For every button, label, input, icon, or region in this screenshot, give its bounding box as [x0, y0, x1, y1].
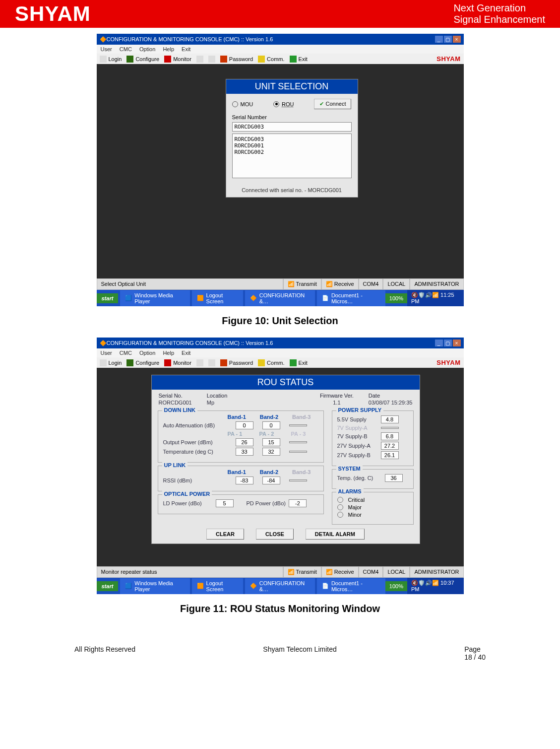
tb-configure[interactable]: Configure	[126, 56, 159, 63]
close-button[interactable]: ×	[453, 36, 461, 43]
tb-password[interactable]: Password	[220, 56, 253, 63]
status-mode: LOCAL	[383, 278, 410, 290]
power-supply-group: POWER SUPPLY 5.5V Supply4.8 7V Supply-A …	[332, 410, 414, 466]
maximize-button[interactable]: ▢	[444, 36, 452, 43]
status-com: COM4	[359, 278, 383, 290]
maximize-button[interactable]: ▢	[444, 340, 452, 346]
menu-bar-2: User CMC Option Help Exit	[97, 348, 464, 357]
window-buttons: _ ▢ ×	[435, 36, 461, 43]
uplink-group: UP LINK Band-1 Band-2 Band-3 RSSI (dBm) …	[158, 466, 324, 491]
system-group: SYSTEM Temp. (deg. C)36	[332, 469, 414, 489]
taskbar-app-logout[interactable]: 🟧 Logout Screen	[192, 290, 243, 306]
toolbar-brand: SHYAM	[436, 55, 460, 63]
status-text: Select Optical Unit	[97, 278, 283, 290]
radio-rou[interactable]: ROU	[273, 101, 294, 107]
tb-comm[interactable]: Comm.	[258, 56, 284, 63]
windows-taskbar: start 🟦 Windows Media Player 🟧 Logout Sc…	[97, 290, 464, 306]
unit-selection-panel: UNIT SELECTION MOU ROU ✔ Connect Serial …	[226, 79, 358, 198]
status-bar: Select Optical Unit 📶 Transmit 📶 Receive…	[97, 278, 464, 290]
menu-help[interactable]: Help	[163, 46, 174, 52]
status-transmit: 📶 Transmit	[283, 278, 321, 290]
status-user: ADMINISTRATOR	[410, 278, 463, 290]
clear-button[interactable]: CLEAR	[206, 529, 244, 540]
minimize-button[interactable]: _	[435, 340, 443, 346]
menu-user[interactable]: User	[101, 46, 112, 52]
window-title-bar: 🔶 CONFIGURATION & MONITORING CONSOLE (CM…	[97, 34, 464, 45]
menu-exit[interactable]: Exit	[182, 46, 190, 52]
panel-status: Connected with serial no. - MORCDG001	[226, 183, 358, 197]
led-minor	[337, 512, 343, 518]
windows-taskbar-2: start 🟦 Windows Media Player 🟧 Logout Sc…	[97, 578, 464, 594]
downlink-group: DOWN LINK Band-1 Band-2 Band-3 Auto Atte…	[158, 410, 324, 463]
menu-option[interactable]: Option	[139, 46, 155, 52]
taskbar-percent: 100%	[385, 293, 407, 303]
taskbar-app-wmp[interactable]: 🟦 Windows Media Player	[120, 290, 189, 306]
menu-cmc[interactable]: CMC	[120, 46, 132, 52]
alarms-group: ALARMS Critical Major Minor	[332, 492, 414, 525]
optical-group: OPTICAL POWER LD Power (dBo) 5 PD Power …	[158, 494, 324, 514]
window-title-2: CONFIGURATION & MONITORING CONSOLE (CMC)…	[107, 340, 435, 346]
window-title-bar-2: 🔶 CONFIGURATION & MONITORING CONSOLE (CM…	[97, 338, 464, 348]
toolbar: Login Configure Monitor Password Comm. E…	[97, 54, 464, 64]
rou-top-row: Serial No.RORCDG001 LocationMp Firmware …	[159, 393, 413, 406]
led-critical	[337, 497, 343, 503]
taskbar-app-cmc[interactable]: 🔶 CONFIGURATION &…	[245, 290, 315, 306]
panel-title: UNIT SELECTION	[226, 79, 358, 94]
status-receive: 📶 Receive	[321, 278, 359, 290]
minimize-button[interactable]: _	[435, 36, 443, 43]
system-tray: 🔇🛡️🔊📶 11:25 PM	[407, 290, 464, 306]
footer-left: All Rights Reserved	[74, 645, 135, 661]
detail-alarm-button[interactable]: DETAIL ALARM	[306, 529, 365, 540]
figure-11-caption: Figure 11: ROU Status Monitoring Window	[64, 603, 496, 614]
close-button2[interactable]: CLOSE	[256, 529, 294, 540]
app-canvas: UNIT SELECTION MOU ROU ✔ Connect Serial …	[97, 64, 464, 278]
radio-mou[interactable]: MOU	[232, 101, 253, 107]
tb-disabled2	[208, 56, 215, 63]
app-icon: 🔶	[100, 36, 107, 43]
connect-button[interactable]: ✔ Connect	[314, 99, 351, 109]
figure-10-caption: Figure 10: Unit Selection	[64, 315, 496, 327]
page-footer: All Rights Reserved Shyam Telecom Limite…	[64, 625, 496, 666]
app-canvas-2: ROU STATUS Serial No.RORCDG001 LocationM…	[97, 368, 464, 566]
serial-listbox[interactable]: RORCDG003 RORCDG001 RORCDG002	[232, 134, 352, 178]
start-button[interactable]: start	[97, 293, 119, 303]
footer-right: Page18 / 40	[464, 645, 486, 661]
window-title: CONFIGURATION & MONITORING CONSOLE (CMC)…	[107, 36, 435, 42]
app-icon: 🔶	[100, 340, 107, 346]
screenshot-rou-status: 🔶 CONFIGURATION & MONITORING CONSOLE (CM…	[97, 338, 464, 594]
brand-logo: SHYAM	[15, 2, 91, 26]
screenshot-unit-selection: 🔶 CONFIGURATION & MONITORING CONSOLE (CM…	[97, 34, 464, 306]
menu-bar: User CMC Option Help Exit	[97, 45, 464, 54]
tb-monitor[interactable]: Monitor	[164, 56, 191, 63]
rou-title: ROU STATUS	[152, 375, 420, 390]
doc-header: SHYAM Next Generation Signal Enhancement	[0, 0, 560, 28]
brand-tagline: Next Generation Signal Enhancement	[453, 2, 545, 25]
tb-login[interactable]: Login	[100, 56, 122, 63]
footer-center: Shyam Telecom Limited	[263, 645, 336, 661]
tb-disabled1	[196, 56, 203, 63]
taskbar-app-word[interactable]: 📄 Document1 - Micros…	[317, 290, 385, 306]
tb-exit[interactable]: Exit	[290, 56, 308, 63]
close-button[interactable]: ×	[453, 340, 461, 346]
status-bar-2: Monitor repeater status 📶 Transmit 📶 Rec…	[97, 566, 464, 578]
serial-label: Serial Number	[232, 114, 352, 120]
rou-status-panel: ROU STATUS Serial No.RORCDG001 LocationM…	[151, 375, 420, 544]
serial-input[interactable]: RORCDG003	[232, 122, 352, 132]
led-major	[337, 504, 343, 510]
toolbar-2: Login Configure Monitor Password Comm. E…	[97, 357, 464, 368]
